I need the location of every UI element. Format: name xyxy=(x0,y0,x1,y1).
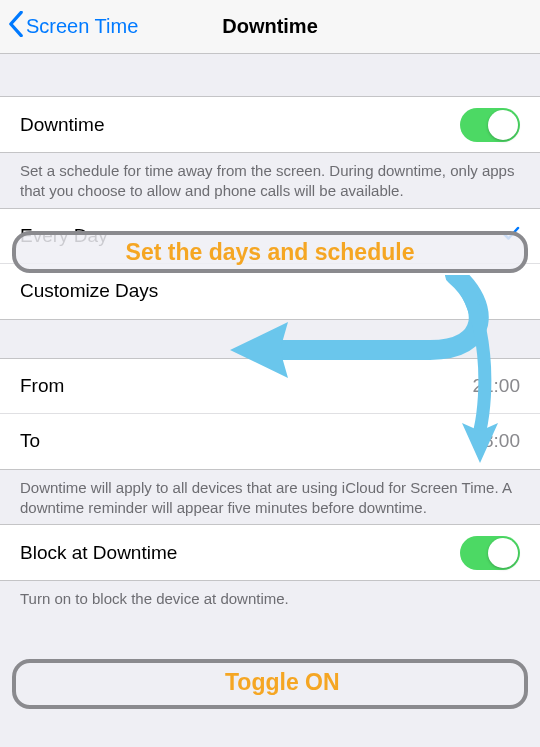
spacer xyxy=(0,54,540,96)
customize-days-label: Customize Days xyxy=(20,280,158,302)
block-toggle[interactable] xyxy=(460,536,520,570)
downtime-description: Set a schedule for time away from the sc… xyxy=(0,153,540,208)
from-row[interactable]: From 21:00 xyxy=(0,359,540,414)
from-value: 21:00 xyxy=(472,375,520,397)
page-title: Downtime xyxy=(222,15,318,38)
annotation-toggle-text: Toggle ON xyxy=(225,669,340,696)
chevron-left-icon xyxy=(8,11,24,42)
toggle-knob-icon xyxy=(488,110,518,140)
block-row: Block at Downtime xyxy=(0,525,540,580)
checkmark-icon xyxy=(502,224,520,247)
every-day-label: Every Day xyxy=(20,225,108,247)
customize-days-row[interactable]: Customize Days xyxy=(0,264,540,319)
back-label: Screen Time xyxy=(26,15,138,38)
from-label: From xyxy=(20,375,64,397)
spacer xyxy=(0,320,540,358)
nav-bar: Screen Time Downtime xyxy=(0,0,540,54)
downtime-toggle-group: Downtime xyxy=(0,96,540,153)
block-footer: Turn on to block the device at downtime. xyxy=(0,581,540,615)
time-group: From 21:00 To 08:00 xyxy=(0,358,540,470)
downtime-toggle[interactable] xyxy=(460,108,520,142)
back-button[interactable]: Screen Time xyxy=(8,11,138,42)
to-value: 08:00 xyxy=(472,430,520,452)
downtime-row: Downtime xyxy=(0,97,540,152)
to-label: To xyxy=(20,430,40,452)
icloud-footer: Downtime will apply to all devices that … xyxy=(0,470,540,525)
to-row[interactable]: To 08:00 xyxy=(0,414,540,469)
days-group: Every Day Customize Days xyxy=(0,208,540,320)
block-label: Block at Downtime xyxy=(20,542,177,564)
every-day-row[interactable]: Every Day xyxy=(0,209,540,264)
downtime-label: Downtime xyxy=(20,114,104,136)
block-group: Block at Downtime xyxy=(0,524,540,581)
toggle-knob-icon xyxy=(488,538,518,568)
